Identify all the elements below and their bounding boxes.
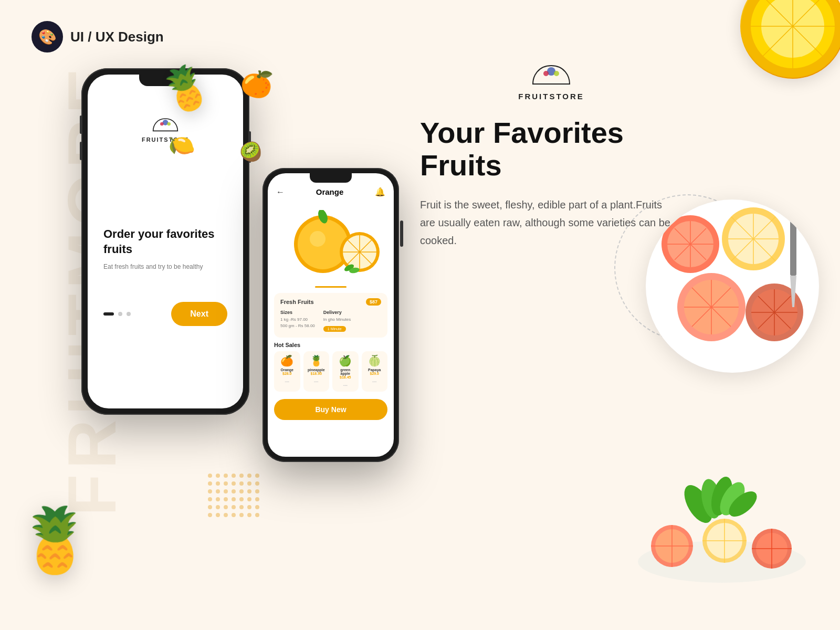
svg-point-105 [208,513,212,517]
next-button[interactable]: Next [171,302,227,326]
buy-new-button[interactable]: Buy New [274,399,387,420]
vol-down-btn [80,142,82,160]
list-item[interactable]: 🍊 Orange $28.0 •••• [274,351,300,392]
svg-point-77 [208,481,212,486]
p2-delivery-sub: In gho Minutes [323,317,351,323]
svg-point-96 [247,497,251,501]
svg-point-110 [247,513,251,517]
fruit-price-pineapple: $18.95 [307,372,327,375]
phone1-logo-text: FRUITSTORE [142,136,189,143]
svg-point-91 [208,497,212,501]
main-title: Your Favorites Fruits [420,117,682,181]
fruit-emoji-orange: 🍊 [277,354,297,367]
svg-point-72 [224,474,228,478]
fruitstore-name: FRUITSTORE [518,92,584,101]
svg-point-8 [543,71,549,76]
p2-hot-sales-label: Hot Sales [268,338,394,348]
phone1-logo-svg [150,117,181,136]
phone-1-frame: FRUITSTORE Order your favorites fruits E… [81,68,249,415]
svg-point-73 [232,474,236,478]
main-description: Fruit is the sweet, fleshy, edible part … [420,196,672,249]
svg-point-76 [255,474,259,478]
svg-point-87 [232,489,236,494]
fruitstore-logo-svg [528,63,575,92]
svg-point-85 [216,489,220,494]
svg-point-81 [239,481,244,486]
logo-emoji: 🎨 [38,28,57,46]
logo-icon: 🎨 [32,21,63,52]
svg-point-12 [167,122,171,126]
p2-bell-icon[interactable]: 🔔 [375,187,385,197]
svg-point-82 [247,481,251,486]
svg-point-75 [247,474,251,478]
fruitstore-brand: FRUITSTORE [420,63,682,101]
dots-indicator [103,312,131,316]
svg-point-94 [232,497,236,501]
orange-top-svg [740,0,840,79]
dot-active [103,312,114,316]
phone-1: FRUITSTORE Order your favorites fruits E… [81,68,249,415]
phone-2: ← Orange 🔔 [262,168,399,462]
list-item[interactable]: 🍈 Papaya $29.0 •••• [362,351,388,392]
phone1-tagline: Order your favorites fruits [88,227,243,257]
svg-point-90 [255,489,259,494]
p2-delivery-label: Delivery [323,310,351,315]
svg-rect-49 [790,207,796,276]
p2-details: Sizes 1 kg -Rs 97.00 500 gm - Rs 58.00 D… [280,310,381,332]
svg-point-11 [160,122,164,126]
p2-underline [315,286,346,288]
svg-point-92 [216,497,220,501]
svg-point-95 [239,497,244,501]
fruit-price-papaya: $29.0 [365,372,385,375]
dot-pattern-deco [205,470,262,525]
p2-back-btn[interactable]: ← [276,187,285,197]
svg-point-84 [208,489,212,494]
fruit-name-orange: Orange [277,368,297,372]
p2-delivery-col: Delivery In gho Minutes 1 Minute [323,310,351,332]
p2-orange-display [268,202,394,286]
fruit-dots-pineapple: •••• [314,380,318,383]
fruit-dots-papaya: •••• [372,380,376,383]
fruit-dots-orange: •••• [285,380,289,383]
notch-2 [310,173,352,183]
power-btn [249,131,251,163]
svg-point-86 [224,489,228,494]
svg-point-9 [554,71,559,76]
list-item[interactable]: 🍍 pineapple $18.95 •••• [303,351,330,392]
svg-point-107 [224,513,228,517]
fruit-emoji-apple: 🍏 [335,354,355,367]
svg-point-108 [232,513,236,517]
svg-point-111 [255,513,259,517]
phone1-sub: Eat fresh fruits and try to be healthy [88,263,243,270]
dot-inactive-1 [118,312,122,316]
list-item[interactable]: 🍏 green apple $18.45 •••• [332,351,359,392]
p2-size1: 1 kg -Rs 97.00 [280,317,315,323]
phone-1-screen: FRUITSTORE Order your favorites fruits E… [88,75,243,408]
orange-product-svg [273,210,388,278]
deco-orange-top [740,0,840,89]
svg-point-104 [255,505,259,509]
dot-pattern-svg [205,470,262,523]
svg-point-78 [216,481,220,486]
svg-point-109 [239,513,244,517]
dot-inactive-2 [127,312,131,316]
fruit-name-papaya: Papaya [365,368,385,372]
phone-2-frame: ← Orange 🔔 [262,168,399,462]
p2-delivery-badge: 1 Minute [323,326,346,332]
notch-1 [139,75,192,86]
vol-up-btn [80,116,82,134]
pineapple-deco: 🍍 [16,503,94,578]
svg-point-101 [232,505,236,509]
svg-point-89 [247,489,251,494]
p2-title: Orange [316,187,344,196]
svg-point-99 [216,505,220,509]
svg-point-100 [224,505,228,509]
p2-sizes-col: Sizes 1 kg -Rs 97.00 500 gm - Rs 58.00 [280,310,315,332]
phone1-bottom: Next [88,291,243,337]
svg-point-97 [255,497,259,501]
p2-card-label: Fresh Fruits [280,299,314,305]
fruit-name-apple: green apple [335,368,355,375]
phone1-logo: FRUITSTORE [88,106,243,153]
svg-point-80 [232,481,236,486]
svg-point-106 [216,513,220,517]
